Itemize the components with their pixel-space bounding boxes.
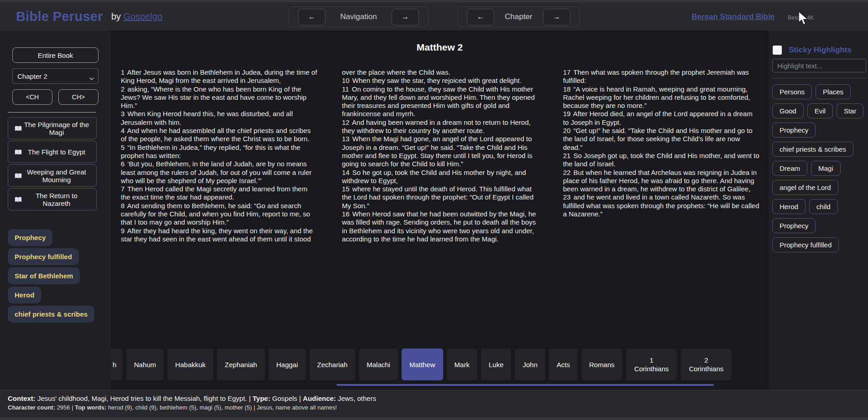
- translation-link[interactable]: Berean Standard Bible: [692, 12, 775, 21]
- verse-text: Then what was spoken through the prophet…: [563, 68, 749, 84]
- verse-text: Then Herod called the Magi secretly and …: [121, 185, 307, 201]
- book-tab[interactable]: Acts: [549, 348, 578, 380]
- prev-chapter-button[interactable]: <CH: [12, 89, 52, 105]
- highlight-tag-button[interactable]: child: [809, 199, 838, 214]
- footer-segment: Context: Jesus' childhood, Magi, Herod t…: [8, 394, 253, 402]
- verse-text: “Get up!” he said. “Take the Child and H…: [563, 127, 753, 151]
- section-label: The Return to Nazareth: [22, 192, 93, 207]
- next-chapter-button[interactable]: CH>: [58, 89, 98, 105]
- verse-number: 20: [563, 127, 571, 134]
- verse-text: And having been warned in a dream not to…: [342, 118, 531, 134]
- verse-number: 18: [563, 85, 571, 93]
- topic-tag-button[interactable]: Herod: [8, 287, 41, 303]
- section-button[interactable]: The Flight to Egypt: [8, 141, 97, 163]
- verse-text: “A voice is heard in Ramah, weeping and …: [563, 85, 750, 110]
- highlight-tag-button[interactable]: Persons: [772, 84, 812, 99]
- left-sidebar: Entire Book Chapter 2 <CH CH>: [0, 31, 111, 390]
- book-tab-bar: hNahumHabakkukZephaniahHaggaiZechariahMa…: [111, 348, 769, 390]
- topic-tag-button[interactable]: Star of Bethlehem: [8, 267, 80, 284]
- verse: 13 When the Magi had gone, an angel of t…: [342, 135, 538, 168]
- footer-segment-label: Audience:: [303, 394, 336, 402]
- highlight-tag-button[interactable]: Prophecy: [772, 123, 816, 138]
- verse-number: 17: [563, 68, 571, 76]
- book-tab[interactable]: John: [515, 348, 545, 380]
- chapter-select-wrap: Chapter 2: [12, 68, 98, 84]
- topic-tag-button[interactable]: Prophecy fulfilled: [8, 248, 79, 265]
- navigation-label: Navigation: [340, 12, 377, 21]
- verse-number: 7: [121, 185, 124, 193]
- verse: 19 After Herod died, an angel of the Lor…: [563, 110, 760, 127]
- verse: 23 and he went and lived in a town calle…: [563, 193, 760, 218]
- highlight-tag-button[interactable]: Evil: [807, 103, 833, 118]
- highlight-tag-button[interactable]: Prophecy fulfilled: [772, 237, 839, 252]
- verse-text: After Herod died, an angel of the Lord a…: [563, 110, 753, 126]
- entire-book-button[interactable]: Entire Book: [12, 47, 98, 63]
- footer: Context: Jesus' childhood, Magi, Herod t…: [0, 390, 868, 420]
- topic-tag-button[interactable]: chief priests & scribes: [8, 306, 94, 323]
- verse: 3 When King Herod heard this, he was dis…: [121, 110, 317, 127]
- verse: 5 “In Bethlehem in Judea,” they replied,…: [121, 143, 317, 160]
- highlight-input[interactable]: [772, 59, 866, 72]
- highlight-tag-button[interactable]: angel of the Lord: [772, 180, 838, 195]
- verse: 8 And sending them to Bethlehem, he said…: [121, 202, 317, 227]
- book-tab[interactable]: Malachi: [359, 348, 398, 380]
- book-tab[interactable]: Haggai: [269, 348, 306, 380]
- book-tab[interactable]: Zephaniah: [217, 348, 265, 380]
- book-tab[interactable]: Zechariah: [310, 348, 356, 380]
- book-tab[interactable]: Luke: [481, 348, 512, 380]
- chapter-next-button[interactable]: →: [543, 9, 570, 26]
- book-tab[interactable]: Mark: [447, 348, 477, 380]
- highlight-tag-button[interactable]: Dream: [772, 161, 807, 176]
- highlight-tag-button[interactable]: chief priests & scribes: [772, 142, 853, 157]
- topic-tag-button[interactable]: Prophecy: [8, 229, 52, 246]
- page-title: Matthew 2: [111, 42, 769, 53]
- footer-segment: Character count: 2956 |: [8, 404, 75, 411]
- section-button[interactable]: The Pilgrimage of the Magi: [8, 117, 97, 139]
- verse-number: 8: [121, 202, 124, 210]
- section-label: The Flight to Egypt: [22, 148, 93, 156]
- footer-segment-text: Gospels |: [270, 394, 303, 402]
- verse: 12 And having been warned in a dream not…: [342, 118, 538, 135]
- highlight-tag-button[interactable]: Good: [772, 103, 804, 118]
- verse-number: 9: [121, 227, 124, 235]
- gospelgo-link[interactable]: Gospelgo: [124, 11, 163, 21]
- highlight-tag-button[interactable]: Prophecy: [772, 218, 816, 233]
- chapter-prev-button[interactable]: ←: [467, 9, 494, 26]
- navigation-prev-button[interactable]: ←: [298, 9, 326, 26]
- footer-segment: Audience: Jews, others: [303, 394, 376, 402]
- highlight-tag-button[interactable]: Herod: [772, 199, 806, 214]
- verse-text: When the Magi had gone, an angel of the …: [342, 135, 532, 168]
- chapter-select[interactable]: Chapter 2: [12, 68, 98, 84]
- verse-number: 6: [121, 160, 124, 168]
- footer-segment: Type: Gospels |: [253, 394, 303, 402]
- verse-text: So Joseph got up, took the Child and His…: [563, 152, 760, 168]
- byline: by Gospelgo: [111, 11, 162, 22]
- verse: 4 And when he had assembled all the chie…: [121, 127, 317, 143]
- verse-text: And when he had assembled all the chief …: [121, 127, 310, 143]
- verse-text: When King Herod heard this, he was distu…: [121, 110, 293, 126]
- tabs-scrollbar[interactable]: [336, 384, 714, 386]
- book-tab[interactable]: Romans: [581, 348, 622, 380]
- highlight-tag-button[interactable]: Places: [816, 84, 851, 99]
- highlight-tag-button[interactable]: Magi: [811, 161, 841, 176]
- book-tab[interactable]: Nahum: [126, 348, 164, 380]
- book-tab[interactable]: h: [111, 348, 123, 380]
- verse-number: 23: [563, 193, 571, 201]
- navigation-next-button[interactable]: →: [392, 9, 419, 26]
- footer-segment-label: Type:: [253, 394, 270, 402]
- bottom-scrollbar[interactable]: [0, 417, 868, 420]
- book-icon: [14, 149, 22, 155]
- footer-segment-text: herod (9), child (9), bethlehem (5), mag…: [106, 404, 337, 411]
- book-tab[interactable]: Habakkuk: [167, 348, 213, 380]
- verse-number: 12: [342, 118, 350, 126]
- book-tab[interactable]: 2 Corinthians: [681, 348, 732, 380]
- book-tab[interactable]: 1 Corinthians: [626, 348, 677, 380]
- footer-segment-label: Character count:: [8, 404, 55, 411]
- section-label: The Pilgrimage of the Magi: [22, 121, 93, 136]
- section-button[interactable]: The Return to Nazareth: [8, 188, 97, 210]
- book-tab[interactable]: Matthew: [402, 348, 443, 380]
- highlight-tag-button[interactable]: Star: [837, 103, 864, 118]
- sticky-highlights-checkbox[interactable]: [773, 46, 782, 55]
- section-button[interactable]: Weeping and Great Mourning: [8, 164, 97, 187]
- verse-number: 13: [342, 135, 350, 143]
